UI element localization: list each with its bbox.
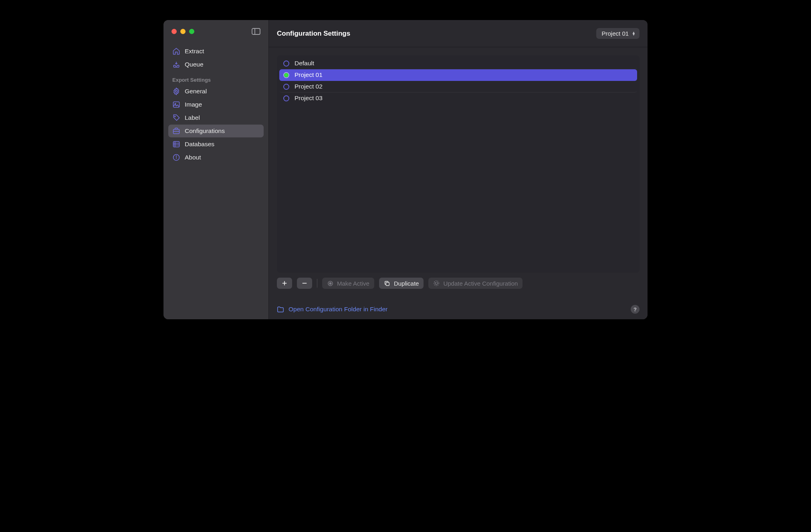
sidebar-item-image[interactable]: Image [168, 98, 264, 111]
main-header: Configuration Settings Project 01 ▲▼ [269, 20, 648, 47]
close-window-button[interactable] [171, 29, 177, 34]
config-row-project-01[interactable]: Project 01 [279, 69, 637, 81]
toolbar: Make Active Duplicate Update Active Conf… [277, 273, 640, 289]
configuration-list: Default Project 01 Project 02 Project 03 [277, 55, 640, 273]
update-active-button: Update Active Configuration [428, 278, 523, 289]
database-icon [172, 140, 180, 148]
svg-point-14 [176, 156, 176, 156]
button-label: Make Active [337, 280, 369, 287]
sidebar-item-databases[interactable]: Databases [168, 138, 264, 151]
sidebar-item-label-text: Label [185, 114, 200, 121]
config-name: Default [295, 60, 314, 67]
minus-icon [301, 280, 308, 286]
finder-link-label: Open Configuration Folder in Finder [288, 306, 387, 313]
sidebar-item-general[interactable]: General [168, 85, 264, 98]
config-name: Project 03 [295, 95, 323, 102]
svg-rect-0 [252, 28, 260, 34]
tag-icon [172, 114, 180, 122]
info-icon [172, 153, 180, 161]
config-row-default[interactable]: Default [279, 58, 637, 69]
svg-point-5 [175, 116, 176, 117]
image-icon [172, 101, 180, 109]
toolbar-divider [317, 279, 317, 288]
briefcase-icon [172, 127, 180, 135]
duplicate-button[interactable]: Duplicate [379, 278, 424, 289]
project-dropdown[interactable]: Project 01 ▲▼ [596, 28, 640, 39]
sidebar-content: Extract Queue Export Settings General Im… [163, 42, 268, 166]
maximize-window-button[interactable] [189, 29, 194, 34]
button-label: Duplicate [394, 280, 419, 287]
sidebar-item-label: About [185, 154, 201, 161]
main-body: Default Project 01 Project 02 Project 03 [269, 47, 648, 297]
sidebar: Extract Queue Export Settings General Im… [163, 20, 268, 319]
svg-point-19 [329, 282, 331, 284]
config-name: Project 02 [295, 83, 323, 90]
duplicate-icon [384, 280, 390, 286]
sidebar-item-label: Extract [185, 48, 204, 55]
project-dropdown-label: Project 01 [602, 30, 629, 37]
svg-rect-20 [386, 282, 389, 285]
config-row-project-03[interactable]: Project 03 [279, 93, 637, 104]
config-name: Project 01 [295, 71, 323, 79]
refresh-circle-icon [433, 280, 440, 286]
svg-point-21 [434, 281, 439, 286]
sidebar-item-label: Configurations [185, 127, 225, 135]
app-window: Extract Queue Export Settings General Im… [163, 20, 648, 319]
minimize-window-button[interactable] [180, 29, 186, 34]
circle-dot-icon [327, 280, 333, 286]
status-indicator [283, 84, 289, 90]
sidebar-item-label: Queue [185, 61, 204, 68]
open-in-finder-link[interactable]: Open Configuration Folder in Finder [277, 306, 387, 313]
svg-rect-8 [173, 141, 180, 147]
status-indicator [283, 95, 289, 101]
page-title: Configuration Settings [277, 30, 350, 38]
sidebar-item-label: Image [185, 101, 202, 108]
svg-rect-3 [173, 102, 180, 107]
sidebar-item-queue[interactable]: Queue [168, 58, 264, 71]
plus-icon [281, 280, 288, 286]
sidebar-toggle-icon[interactable] [252, 28, 260, 35]
chevrons-up-down-icon: ▲▼ [632, 32, 635, 36]
sidebar-item-configurations[interactable]: Configurations [168, 125, 264, 137]
button-label: Update Active Configuration [443, 280, 518, 287]
main-panel: Configuration Settings Project 01 ▲▼ Def… [268, 20, 648, 319]
sidebar-item-about[interactable]: About [168, 151, 264, 164]
main-footer: Open Configuration Folder in Finder ? [269, 297, 648, 319]
sidebar-section-header: Export Settings [168, 71, 264, 85]
make-active-button: Make Active [322, 278, 374, 289]
sidebar-item-label: General [185, 88, 207, 95]
titlebar [163, 20, 268, 42]
status-indicator [283, 60, 289, 66]
help-button[interactable]: ? [631, 305, 640, 314]
svg-point-2 [176, 91, 178, 93]
tray-icon [172, 60, 180, 69]
sidebar-item-label: Databases [185, 141, 214, 148]
remove-button[interactable] [297, 278, 312, 289]
folder-icon [277, 306, 284, 313]
config-row-project-02[interactable]: Project 02 [279, 81, 637, 93]
status-indicator-active [283, 72, 289, 78]
sidebar-item-extract[interactable]: Extract [168, 45, 264, 58]
home-icon [172, 47, 180, 55]
sidebar-item-label[interactable]: Label [168, 111, 264, 124]
add-button[interactable] [277, 278, 292, 289]
gear-icon [172, 87, 180, 95]
